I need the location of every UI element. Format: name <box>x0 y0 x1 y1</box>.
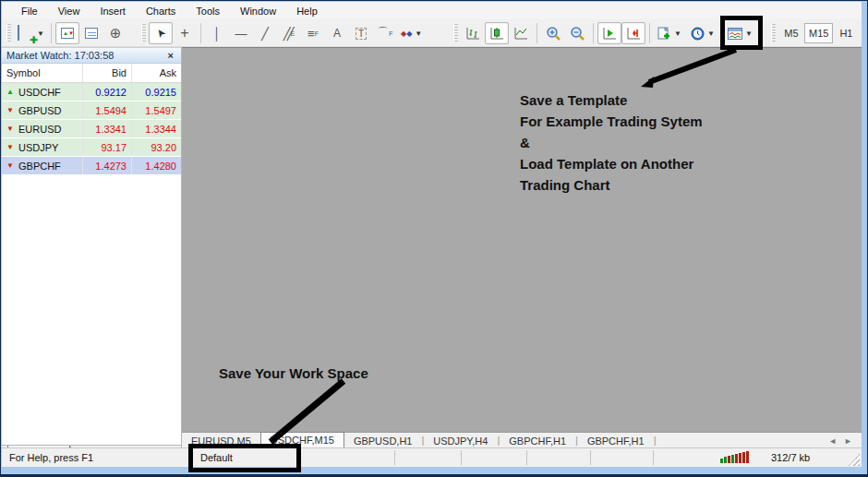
new-order-icon <box>657 27 671 41</box>
menu-charts[interactable]: Charts <box>136 4 186 18</box>
line-chart-button[interactable] <box>509 22 533 44</box>
market-watch-title: Market Watch: 17:03:58 <box>6 50 165 61</box>
timeframe-m15-button[interactable]: M15 <box>804 23 833 43</box>
menu-insert[interactable]: Insert <box>90 4 136 18</box>
fibonacci-channel-button[interactable]: ⌒F <box>373 22 397 44</box>
ask-value: 1.3344 <box>132 120 181 137</box>
tab-scroll-left-icon[interactable]: ◄ <box>828 436 837 446</box>
traffic-counter: 312/7 kb <box>771 452 810 463</box>
symbol-label: GBPUSD <box>18 105 61 116</box>
connection-status-icon <box>720 451 749 463</box>
ask-value: 1.4280 <box>132 157 181 174</box>
market-watch-titlebar[interactable]: Market Watch: 17:03:58 × <box>2 48 181 64</box>
menu-view[interactable]: View <box>48 4 90 18</box>
chart-tab-gbpchf-h1[interactable]: GBPCHF,H1 <box>500 434 575 447</box>
menu-window[interactable]: Window <box>230 4 286 18</box>
resize-grip[interactable] <box>848 454 860 466</box>
text-label-button[interactable]: T <box>349 22 373 44</box>
toolbar-group-standard: + ▼ ▲▼ ⊕ <box>6 19 127 47</box>
price-direction-icon: ▲ <box>6 88 15 96</box>
zoom-in-icon <box>546 26 561 41</box>
chevron-down-icon: ▼ <box>674 30 681 38</box>
menu-help[interactable]: Help <box>286 4 328 18</box>
zoom-out-button[interactable] <box>565 22 589 44</box>
chevron-down-icon: ▼ <box>37 30 44 38</box>
bid-value: 1.4273 <box>83 157 132 174</box>
vertical-line-icon: │ <box>213 27 221 41</box>
bid-value: 1.5494 <box>83 101 132 119</box>
new-chart-button[interactable]: + ▼ <box>14 22 47 44</box>
price-direction-icon: ▼ <box>6 125 15 133</box>
template-highlight-box <box>720 16 763 50</box>
new-order-button[interactable]: ▼ <box>654 22 687 44</box>
bid-value: 1.3341 <box>83 120 132 137</box>
candlestick-chart-button[interactable] <box>485 22 509 44</box>
chart-shift-icon <box>626 27 641 40</box>
tab-scroll-right-icon[interactable]: ► <box>844 436 852 446</box>
column-symbol[interactable]: Symbol <box>2 64 83 82</box>
vertical-line-button[interactable]: │ <box>205 22 229 44</box>
chart-tab-gbpusd-h1[interactable]: GBPUSD,H1 <box>344 434 422 447</box>
chevron-down-icon: ▼ <box>707 30 715 38</box>
tab-separator: | <box>654 435 657 447</box>
chart-tab-usdjpy-h4[interactable]: USDJPY,H4 <box>424 434 497 447</box>
equidistant-channel-button[interactable]: ╱╱E <box>277 22 301 44</box>
chart-tab-gbpchf-h1-2[interactable]: GBPCHF,H1 <box>578 434 654 447</box>
navigator-button[interactable]: ⊕ <box>103 22 127 44</box>
market-watch-panel: Market Watch: 17:03:58 × Symbol Bid Ask … <box>2 47 182 465</box>
data-window-button[interactable] <box>79 22 103 44</box>
table-row[interactable]: ▼EURUSD 1.3341 1.3344 <box>2 120 181 138</box>
chart-shift-button[interactable] <box>621 22 645 44</box>
line-chart-icon <box>513 27 528 40</box>
market-watch-header: Symbol Bid Ask <box>2 64 181 83</box>
table-row[interactable]: ▼GBPUSD 1.5494 1.5497 <box>2 101 181 120</box>
bar-chart-button[interactable] <box>461 22 485 44</box>
menu-tools[interactable]: Tools <box>186 4 230 18</box>
symbol-label: USDCHF <box>18 87 61 98</box>
price-direction-icon: ▼ <box>6 161 15 170</box>
text-tool-button[interactable]: A <box>325 22 349 44</box>
timeframe-m5-button[interactable]: M5 <box>778 23 804 43</box>
navigator-icon: ⊕ <box>110 25 122 42</box>
toolbar-grip[interactable] <box>141 24 146 42</box>
auto-scroll-button[interactable] <box>597 22 621 44</box>
toolbar-group-charts: ▼ ▼ ▼ <box>452 19 757 47</box>
crosshair-icon: + <box>180 25 188 42</box>
price-direction-icon: ▼ <box>6 143 15 151</box>
equidistant-channel-icon: ╱╱ <box>283 27 291 41</box>
toolbar-grip[interactable] <box>453 24 458 42</box>
candlestick-chart-icon <box>489 27 504 40</box>
bar-chart-icon <box>465 27 480 40</box>
workspace-highlight-box <box>188 444 301 472</box>
arrows-tool-button[interactable]: ◆◆ ▼ <box>397 22 430 44</box>
toolbar-grip[interactable] <box>771 24 776 42</box>
chevron-down-icon: ▼ <box>415 30 422 38</box>
text-tool-icon: A <box>333 27 341 40</box>
toolbar-grip[interactable] <box>6 24 11 42</box>
zoom-in-button[interactable] <box>541 22 565 44</box>
table-row[interactable]: ▲USDCHF 0.9212 0.9215 <box>2 83 181 101</box>
horizontal-line-button[interactable]: — <box>229 22 253 44</box>
period-button[interactable]: ▼ <box>687 22 720 44</box>
fibonacci-channel-icon: ⌒ <box>377 25 389 42</box>
market-watch-button[interactable]: ▲▼ <box>55 22 79 44</box>
trendline-button[interactable]: ╱ <box>253 22 277 44</box>
toolbar-group-line-studies: ➤ + │ — ╱ ╱╱E ≡F A T ⌒F ◆◆ ▼ <box>140 19 430 47</box>
template-annotation-text: Save a Template For Example Trading Syte… <box>520 89 703 196</box>
table-row[interactable]: ▼USDJPY 93.17 93.20 <box>2 138 181 157</box>
clock-icon <box>691 27 705 41</box>
crosshair-button[interactable]: + <box>173 22 197 44</box>
menu-file[interactable]: File <box>11 4 48 18</box>
table-row[interactable]: ▼GBPCHF 1.4273 1.4280 <box>2 157 181 175</box>
timeframe-h1-button[interactable]: H1 <box>833 23 859 43</box>
column-ask[interactable]: Ask <box>132 64 181 82</box>
symbol-label: EURUSD <box>18 124 61 135</box>
timeframe-h4-button[interactable]: H4 <box>859 23 862 43</box>
cursor-button[interactable]: ➤ <box>149 22 173 44</box>
bid-value: 0.9212 <box>83 83 132 101</box>
close-icon[interactable]: × <box>165 50 176 61</box>
zoom-out-icon <box>570 26 585 41</box>
symbol-label: GBPCHF <box>18 161 61 172</box>
column-bid[interactable]: Bid <box>83 64 132 82</box>
fibonacci-retracement-button[interactable]: ≡F <box>301 22 325 44</box>
